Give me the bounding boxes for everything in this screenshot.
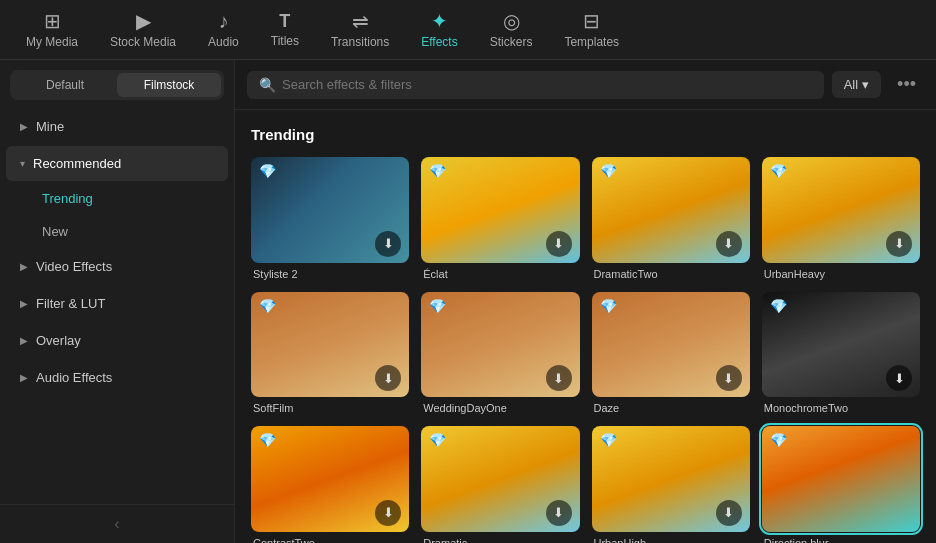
tab-filmstock[interactable]: Filmstock <box>117 73 221 97</box>
filter-button[interactable]: All ▾ <box>832 71 881 98</box>
sidebar-item-audio-effects[interactable]: ▶ Audio Effects <box>6 360 228 395</box>
effect-label-softfilm: SoftFilm <box>251 402 409 414</box>
gem-icon-dramatic: 💎 <box>429 432 446 448</box>
effects-icon: ✦ <box>431 11 448 31</box>
sidebar-item-new[interactable]: New <box>6 216 228 247</box>
chevron-right-video-icon: ▶ <box>20 261 28 272</box>
sidebar-filter-lut-label: Filter & LUT <box>36 296 105 311</box>
effect-thumb-directionblur: 💎 <box>762 426 920 532</box>
chevron-right-filter-icon: ▶ <box>20 298 28 309</box>
effects-grid: 💎⬇Styliste 2💎⬇Éclat💎⬇DramaticTwo💎⬇UrbanH… <box>251 157 920 543</box>
more-options-button[interactable]: ••• <box>889 70 924 99</box>
sidebar-item-mine[interactable]: ▶ Mine <box>6 109 228 144</box>
effect-thumb-dramatic: 💎⬇ <box>421 426 579 532</box>
nav-effects[interactable]: ✦ Effects <box>405 5 473 55</box>
effect-thumb-monochrome: 💎⬇ <box>762 292 920 398</box>
sidebar-mine-label: Mine <box>36 119 64 134</box>
sidebar-item-overlay[interactable]: ▶ Overlay <box>6 323 228 358</box>
chevron-right-icon: ▶ <box>20 121 28 132</box>
effect-label-styliste2: Styliste 2 <box>251 268 409 280</box>
sidebar-collapse-button[interactable]: ‹ <box>0 504 234 543</box>
download-button-styliste2[interactable]: ⬇ <box>375 231 401 257</box>
download-button-monochrome[interactable]: ⬇ <box>886 365 912 391</box>
download-button-urbanheavy[interactable]: ⬇ <box>886 231 912 257</box>
sidebar-item-trending[interactable]: Trending <box>6 183 228 214</box>
search-input[interactable] <box>282 77 812 92</box>
effect-thumb-contrasttwo: 💎⬇ <box>251 426 409 532</box>
download-button-eclat[interactable]: ⬇ <box>546 231 572 257</box>
sidebar-overlay-label: Overlay <box>36 333 81 348</box>
gem-icon-eclat: 💎 <box>429 163 446 179</box>
nav-titles[interactable]: T Titles <box>255 6 315 54</box>
audio-icon: ♪ <box>218 11 228 31</box>
effect-thumb-daze: 💎⬇ <box>592 292 750 398</box>
nav-stock-media[interactable]: ▶ Stock Media <box>94 5 192 55</box>
nav-stock-media-label: Stock Media <box>110 35 176 49</box>
gem-icon-weddingdayone: 💎 <box>429 298 446 314</box>
sidebar-item-filter-lut[interactable]: ▶ Filter & LUT <box>6 286 228 321</box>
download-button-daze[interactable]: ⬇ <box>716 365 742 391</box>
effect-label-urbanhigh: UrbanHigh <box>592 537 750 544</box>
my-media-icon: ⊞ <box>44 11 61 31</box>
titles-icon: T <box>279 12 290 30</box>
nav-audio-label: Audio <box>208 35 239 49</box>
effect-label-directionblur: Direction blur <box>762 537 920 544</box>
effect-card-styliste2[interactable]: 💎⬇Styliste 2 <box>251 157 409 280</box>
sidebar-audio-effects-label: Audio Effects <box>36 370 112 385</box>
gem-icon-contrasttwo: 💎 <box>259 432 276 448</box>
nav-my-media[interactable]: ⊞ My Media <box>10 5 94 55</box>
effect-thumb-styliste2: 💎⬇ <box>251 157 409 263</box>
main-content: Default Filmstock ▶ Mine ▾ Recommended T… <box>0 60 936 543</box>
sidebar-recommended-label: Recommended <box>33 156 121 171</box>
filter-chevron-icon: ▾ <box>862 77 869 92</box>
effect-label-dramatic: Dramatic <box>421 537 579 544</box>
templates-icon: ⊟ <box>583 11 600 31</box>
effect-card-softfilm[interactable]: 💎⬇SoftFilm <box>251 292 409 415</box>
effect-card-dramatictwo[interactable]: 💎⬇DramaticTwo <box>592 157 750 280</box>
gem-icon-daze: 💎 <box>600 298 617 314</box>
effect-label-monochrome: MonochromeTwo <box>762 402 920 414</box>
effect-thumb-eclat: 💎⬇ <box>421 157 579 263</box>
effects-grid-area: Trending 💎⬇Styliste 2💎⬇Éclat💎⬇DramaticTw… <box>235 110 936 543</box>
effect-card-weddingdayone[interactable]: 💎⬇WeddingDayOne <box>421 292 579 415</box>
effect-card-urbanhigh[interactable]: 💎⬇UrbanHigh <box>592 426 750 543</box>
nav-templates-label: Templates <box>564 35 619 49</box>
nav-transitions[interactable]: ⇌ Transitions <box>315 5 405 55</box>
search-wrapper[interactable]: 🔍 <box>247 71 824 99</box>
effect-card-daze[interactable]: 💎⬇Daze <box>592 292 750 415</box>
nav-stickers[interactable]: ◎ Stickers <box>474 5 549 55</box>
gem-icon-dramatictwo: 💎 <box>600 163 617 179</box>
nav-templates[interactable]: ⊟ Templates <box>548 5 635 55</box>
effect-card-contrasttwo[interactable]: 💎⬇ContrastTwo <box>251 426 409 543</box>
download-button-contrasttwo[interactable]: ⬇ <box>375 500 401 526</box>
effect-thumb-dramatictwo: 💎⬇ <box>592 157 750 263</box>
gem-icon-urbanheavy: 💎 <box>770 163 787 179</box>
chevron-down-icon: ▾ <box>20 158 25 169</box>
effect-thumb-softfilm: 💎⬇ <box>251 292 409 398</box>
sidebar-item-recommended[interactable]: ▾ Recommended <box>6 146 228 181</box>
section-title: Trending <box>251 126 920 143</box>
download-button-weddingdayone[interactable]: ⬇ <box>546 365 572 391</box>
sidebar-item-video-effects[interactable]: ▶ Video Effects <box>6 249 228 284</box>
effect-card-eclat[interactable]: 💎⬇Éclat <box>421 157 579 280</box>
download-button-dramatic[interactable]: ⬇ <box>546 500 572 526</box>
effect-card-urbanheavy[interactable]: 💎⬇UrbanHeavy <box>762 157 920 280</box>
tab-switcher: Default Filmstock <box>10 70 224 100</box>
chevron-right-audio-icon: ▶ <box>20 372 28 383</box>
stock-media-icon: ▶ <box>136 11 151 31</box>
sidebar: Default Filmstock ▶ Mine ▾ Recommended T… <box>0 60 235 543</box>
download-button-softfilm[interactable]: ⬇ <box>375 365 401 391</box>
effect-card-dramatic[interactable]: 💎⬇Dramatic <box>421 426 579 543</box>
gem-icon-urbanhigh: 💎 <box>600 432 617 448</box>
effect-card-directionblur[interactable]: 💎Direction blur <box>762 426 920 543</box>
right-panel: 🔍 All ▾ ••• Trending 💎⬇Styliste 2💎⬇Éclat… <box>235 60 936 543</box>
nav-my-media-label: My Media <box>26 35 78 49</box>
tab-default[interactable]: Default <box>13 73 117 97</box>
download-button-urbanhigh[interactable]: ⬇ <box>716 500 742 526</box>
gem-icon-styliste2: 💎 <box>259 163 276 179</box>
effect-label-eclat: Éclat <box>421 268 579 280</box>
download-button-dramatictwo[interactable]: ⬇ <box>716 231 742 257</box>
nav-audio[interactable]: ♪ Audio <box>192 5 255 55</box>
effect-card-monochrome[interactable]: 💎⬇MonochromeTwo <box>762 292 920 415</box>
effect-label-urbanheavy: UrbanHeavy <box>762 268 920 280</box>
